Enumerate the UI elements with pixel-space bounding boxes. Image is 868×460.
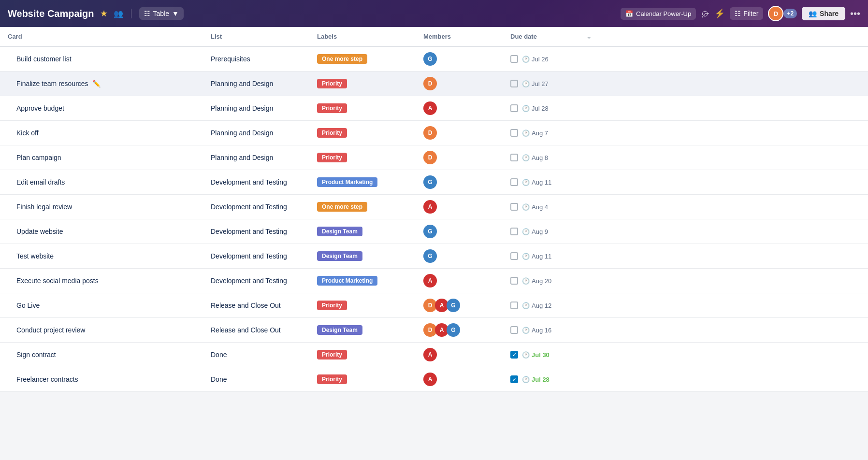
list-cell: Development and Testing — [203, 170, 309, 195]
table-row: ⠿ Finalize team resources ✏️ Planning an… — [0, 72, 868, 96]
member-avatar[interactable]: G — [423, 249, 437, 263]
labels-cell: Priority — [309, 293, 416, 318]
card-name[interactable]: Edit email drafts — [16, 178, 65, 186]
card-name[interactable]: Plan campaign — [16, 154, 61, 161]
member-avatar[interactable]: D — [423, 151, 437, 164]
due-date-cell: 🕐 Jul 30 — [503, 343, 868, 367]
filter-button[interactable]: ☷ Filter — [730, 7, 763, 20]
member-avatar[interactable]: G — [423, 225, 437, 238]
due-date-cell: 🕐 Jul 28 — [503, 96, 868, 121]
list-cell: Release and Close Out — [203, 318, 309, 343]
card-name[interactable]: Freelancer contracts — [16, 375, 78, 383]
card-cell: ⠿ Sign contract — [0, 343, 203, 367]
due-date-checkbox[interactable] — [510, 178, 518, 186]
table-view-button[interactable]: ☷ Table ▼ — [139, 7, 184, 20]
card-name[interactable]: Approve budget — [16, 104, 64, 112]
due-date-checkbox[interactable] — [510, 129, 518, 137]
members-cell: DAG — [416, 293, 503, 318]
col-header-due-date[interactable]: Due date ⌄ — [503, 27, 599, 46]
table-row: ⠿ Execute social media posts Development… — [0, 269, 868, 293]
member-avatar[interactable]: A — [423, 373, 437, 386]
list-cell: Planning and Design — [203, 145, 309, 170]
due-date-cell: 🕐 Aug 12 — [503, 293, 868, 318]
table-grid-icon: ☷ — [144, 10, 150, 17]
members-cell: A — [416, 96, 503, 121]
due-date-checkbox[interactable] — [510, 55, 518, 63]
due-date-checkbox[interactable] — [510, 154, 518, 161]
list-name: Done — [211, 351, 227, 359]
label-badge[interactable]: Priority — [317, 153, 347, 162]
more-options-button[interactable]: ••• — [850, 8, 860, 19]
card-name[interactable]: Test website — [16, 252, 54, 260]
people-icon: 👥 — [114, 9, 123, 18]
avatar-d[interactable]: D — [768, 6, 783, 21]
table-row: ⠿ Conduct project review Release and Clo… — [0, 318, 868, 343]
card-cell: ⠿ Finalize team resources ✏️ — [0, 72, 203, 96]
labels-cell: Priority — [309, 72, 416, 96]
lightning-icon[interactable]: ⚡ — [714, 8, 725, 19]
main-table-container: Card List Labels Members Due date ⌄ — [0, 27, 868, 392]
due-date-checkbox[interactable] — [510, 203, 518, 211]
avatar-count[interactable]: +2 — [783, 9, 797, 18]
card-name[interactable]: Sign contract — [16, 351, 56, 359]
label-badge[interactable]: Priority — [317, 301, 347, 310]
star-icon[interactable]: ★ — [100, 8, 108, 19]
labels-cell: Design Team — [309, 318, 416, 343]
member-avatar[interactable]: D — [423, 126, 437, 140]
label-badge[interactable]: One more step — [317, 202, 367, 212]
member-avatar[interactable]: G — [423, 175, 437, 189]
due-date-checkbox[interactable] — [510, 228, 518, 235]
due-date-checkbox[interactable] — [510, 277, 518, 285]
label-badge[interactable]: Design Team — [317, 251, 362, 261]
due-date-checkbox[interactable] — [510, 104, 518, 112]
member-avatar[interactable]: D — [423, 77, 437, 90]
card-name[interactable]: Build customer list — [16, 55, 72, 63]
due-date-checkbox[interactable] — [510, 326, 518, 334]
due-date-checkbox[interactable] — [510, 252, 518, 260]
due-date-checkbox[interactable] — [510, 351, 518, 359]
member-avatar[interactable]: G — [447, 323, 460, 337]
label-badge[interactable]: Product Marketing — [317, 276, 377, 286]
member-avatar[interactable]: A — [423, 274, 437, 288]
due-date-checkbox[interactable] — [510, 375, 518, 383]
labels-cell: Design Team — [309, 244, 416, 269]
list-name: Development and Testing — [211, 277, 287, 285]
calendar-powerup-button[interactable]: 📅 Calendar Power-Up — [621, 8, 696, 20]
members-cell: A — [416, 269, 503, 293]
clock-icon: 🕐 — [522, 154, 530, 161]
label-badge[interactable]: Design Team — [317, 325, 362, 335]
member-avatar[interactable]: G — [447, 299, 460, 312]
member-avatar[interactable]: A — [423, 101, 437, 115]
due-date-checkbox[interactable] — [510, 302, 518, 309]
member-avatar[interactable]: A — [423, 348, 437, 361]
due-date-text: 🕐 Aug 12 — [522, 302, 551, 309]
label-badge[interactable]: Priority — [317, 103, 347, 113]
card-name[interactable]: Conduct project review — [16, 326, 85, 334]
label-badge[interactable]: Priority — [317, 128, 347, 138]
card-name[interactable]: Execute social media posts — [16, 277, 99, 285]
due-date-cell: 🕐 Aug 4 — [503, 195, 868, 219]
members-cell: D — [416, 145, 503, 170]
member-avatar[interactable]: G — [423, 52, 437, 66]
label-badge[interactable]: Design Team — [317, 227, 362, 236]
card-name[interactable]: Kick off — [16, 129, 39, 137]
card-name[interactable]: Finalize team resources — [16, 80, 88, 87]
due-date-checkbox[interactable] — [510, 80, 518, 87]
card-name[interactable]: Go Live — [16, 302, 40, 309]
edit-icon[interactable]: ✏️ — [92, 80, 101, 87]
member-avatar[interactable]: A — [423, 200, 437, 214]
card-name[interactable]: Finish legal review — [16, 203, 72, 211]
list-name: Development and Testing — [211, 203, 287, 211]
label-badge[interactable]: Priority — [317, 79, 347, 88]
card-cell: ⠿ Plan campaign — [0, 145, 203, 170]
label-badge[interactable]: Priority — [317, 374, 347, 384]
notification-icon[interactable]: ⌮ — [701, 9, 709, 19]
col-header-list: List — [203, 27, 309, 46]
share-button[interactable]: 👥 Share — [802, 7, 845, 20]
due-date-cell: 🕐 Aug 7 — [503, 121, 868, 145]
label-badge[interactable]: Product Marketing — [317, 177, 377, 187]
clock-icon: 🕐 — [522, 203, 530, 211]
card-name[interactable]: Update website — [16, 228, 63, 235]
label-badge[interactable]: One more step — [317, 54, 367, 64]
label-badge[interactable]: Priority — [317, 350, 347, 359]
